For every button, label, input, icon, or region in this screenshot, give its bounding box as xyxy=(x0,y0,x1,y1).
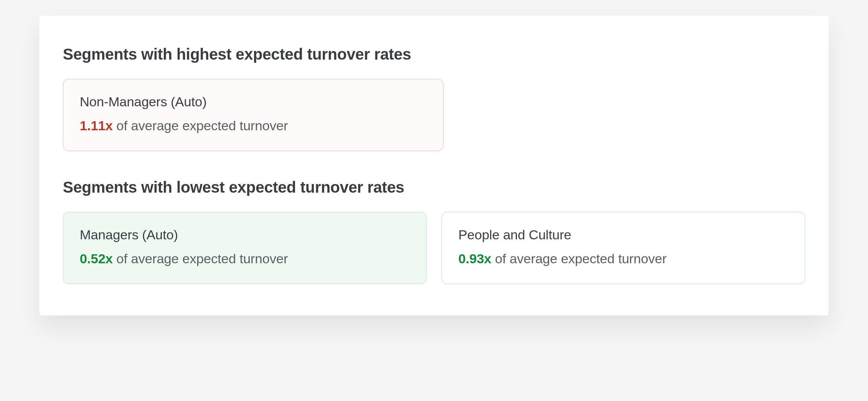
segment-title: Non-Managers (Auto) xyxy=(80,94,427,109)
highest-heading: Segments with highest expected turnover … xyxy=(63,46,805,63)
segment-suffix: of average expected turnover xyxy=(491,251,667,266)
segment-stat: 0.93x of average expected turnover xyxy=(458,251,788,266)
spacer xyxy=(458,79,805,151)
segment-multiplier: 0.93x xyxy=(458,251,491,266)
segment-suffix: of average expected turnover xyxy=(113,251,288,266)
lowest-segments-row: Managers (Auto) 0.52x of average expecte… xyxy=(63,212,805,284)
turnover-segments-card: Segments with highest expected turnover … xyxy=(39,16,829,315)
highest-segments-row: Non-Managers (Auto) 1.11x of average exp… xyxy=(63,79,805,151)
segment-title: Managers (Auto) xyxy=(80,227,410,242)
lowest-section: Segments with lowest expected turnover r… xyxy=(63,179,805,284)
segment-multiplier: 0.52x xyxy=(80,251,113,266)
segment-card-low[interactable]: People and Culture 0.93x of average expe… xyxy=(441,212,805,284)
segment-card-high[interactable]: Non-Managers (Auto) 1.11x of average exp… xyxy=(63,79,443,151)
segment-stat: 0.52x of average expected turnover xyxy=(80,251,410,266)
segment-multiplier: 1.11x xyxy=(80,118,113,133)
segment-stat: 1.11x of average expected turnover xyxy=(80,118,427,133)
highest-section: Segments with highest expected turnover … xyxy=(63,46,805,151)
segment-card-low[interactable]: Managers (Auto) 0.52x of average expecte… xyxy=(63,212,427,284)
segment-title: People and Culture xyxy=(458,227,788,242)
segment-suffix: of average expected turnover xyxy=(113,118,288,133)
lowest-heading: Segments with lowest expected turnover r… xyxy=(63,179,805,196)
